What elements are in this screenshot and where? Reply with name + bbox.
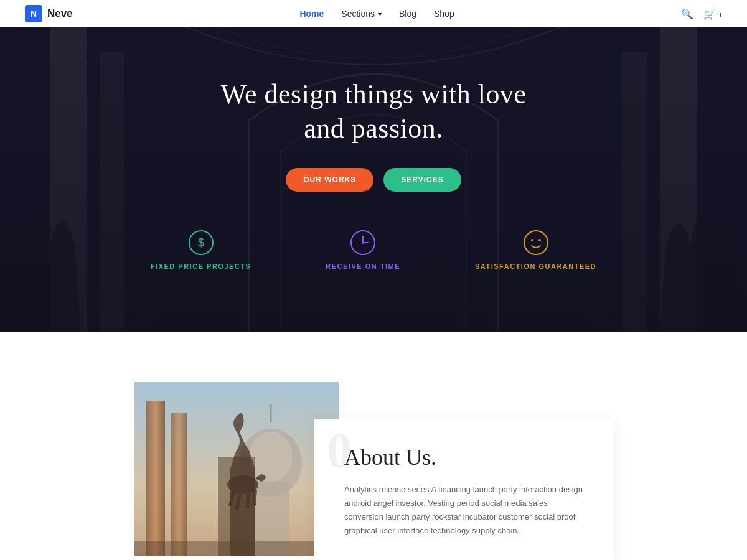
feature-fixed-price-label: FIXED PRICE PROJECTS <box>151 263 251 270</box>
hero-buttons: OUR WORKS SERVICES <box>286 168 461 192</box>
services-button[interactable]: SERVICES <box>383 168 461 192</box>
feature-receive-time: RECEIVE ON TIME <box>326 229 400 270</box>
nav-link-home[interactable]: Home <box>299 9 324 19</box>
brand[interactable]: N Neve <box>25 5 73 22</box>
nav-item-sections[interactable]: Sections ▾ <box>341 9 382 19</box>
nav-link-blog[interactable]: Blog <box>399 9 416 19</box>
clock-icon <box>349 229 377 256</box>
svg-rect-20 <box>171 413 187 556</box>
nav-item-shop[interactable]: Shop <box>434 8 454 19</box>
nav-item-blog[interactable]: Blog <box>399 8 416 19</box>
hero-features: $ FIXED PRICE PROJECTS RECEIVE ON TIME <box>151 229 596 270</box>
svg-line-28 <box>247 493 249 508</box>
brand-name: Neve <box>47 7 73 20</box>
about-image-wrapper <box>134 382 339 556</box>
svg-point-17 <box>538 239 541 241</box>
svg-line-26 <box>230 491 233 506</box>
svg-rect-19 <box>146 401 165 556</box>
svg-point-15 <box>524 231 548 254</box>
nav-link-sections[interactable]: Sections <box>341 9 375 19</box>
svg-line-29 <box>254 490 255 505</box>
hero-title: We design things with love and passion. <box>221 77 527 146</box>
our-works-button[interactable]: OUR WORKS <box>286 168 374 192</box>
search-icon[interactable]: 🔍 <box>681 8 693 20</box>
feature-satisfaction-label: SATISFACTION GUARANTEED <box>475 263 596 270</box>
svg-point-16 <box>531 239 533 241</box>
brand-logo-icon: N <box>25 5 42 22</box>
smiley-icon <box>522 229 550 256</box>
feature-fixed-price: $ FIXED PRICE PROJECTS <box>151 229 251 270</box>
svg-point-22 <box>249 432 293 482</box>
about-image <box>134 382 339 556</box>
cart-count: 1 <box>718 11 722 19</box>
feature-receive-time-label: RECEIVE ON TIME <box>326 263 400 270</box>
about-section: 0 About Us. Analytics release series A f… <box>0 332 747 560</box>
about-body: Analytics release series A financing lau… <box>344 483 583 538</box>
nav-link-shop[interactable]: Shop <box>434 9 454 19</box>
hero-section: We design things with love and passion. … <box>0 27 747 332</box>
chevron-down-icon: ▾ <box>378 11 382 17</box>
feature-satisfaction: SATISFACTION GUARANTEED <box>475 229 596 270</box>
svg-text:$: $ <box>198 236 204 249</box>
hero-content: We design things with love and passion. … <box>0 27 747 332</box>
nav-item-home[interactable]: Home <box>299 8 324 19</box>
navbar: N Neve Home Sections ▾ Blog Shop 🔍 🛒 1 <box>0 0 747 27</box>
svg-line-27 <box>237 494 240 510</box>
nav-menu: Home Sections ▾ Blog Shop <box>299 8 454 19</box>
dollar-icon: $ <box>187 229 215 256</box>
cart-icon[interactable]: 🛒 1 <box>703 8 722 20</box>
svg-point-14 <box>362 241 364 244</box>
about-text-card: 0 About Us. Analytics release series A f… <box>314 419 613 560</box>
svg-point-25 <box>227 475 258 494</box>
svg-rect-30 <box>134 541 339 556</box>
nav-icons: 🔍 🛒 1 <box>681 8 722 20</box>
about-title: About Us. <box>344 444 583 470</box>
